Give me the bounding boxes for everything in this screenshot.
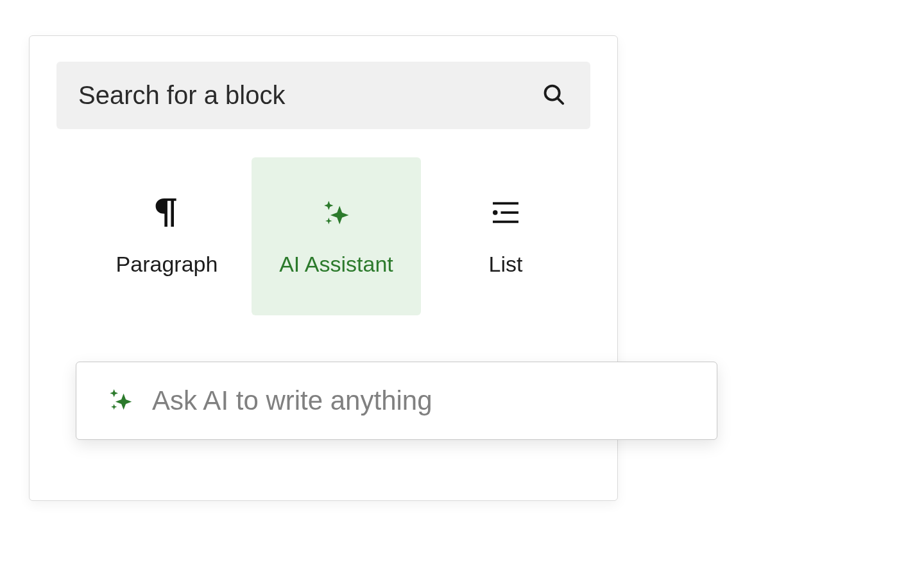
search-bar[interactable]	[56, 62, 590, 129]
ai-prompt-input[interactable]	[151, 385, 697, 417]
svg-rect-2	[493, 202, 518, 204]
sparkles-icon	[106, 385, 135, 417]
block-ai-assistant-label: AI Assistant	[279, 252, 393, 277]
block-list[interactable]: List	[421, 157, 590, 315]
block-paragraph-label: Paragraph	[116, 252, 218, 277]
svg-rect-5	[493, 220, 518, 223]
sparkles-icon	[320, 197, 353, 229]
block-ai-assistant[interactable]: AI Assistant	[252, 157, 421, 315]
block-list-label: List	[489, 252, 523, 277]
block-list: Paragraph AI Assistant Li	[56, 157, 590, 315]
svg-rect-4	[501, 211, 519, 214]
block-paragraph[interactable]: Paragraph	[82, 157, 252, 315]
pilcrow-icon	[153, 197, 181, 229]
ai-prompt-bar[interactable]	[76, 362, 717, 440]
list-icon	[490, 197, 522, 229]
search-input[interactable]	[77, 80, 542, 110]
svg-point-3	[493, 210, 498, 215]
search-icon	[542, 82, 566, 109]
svg-line-1	[558, 98, 563, 103]
